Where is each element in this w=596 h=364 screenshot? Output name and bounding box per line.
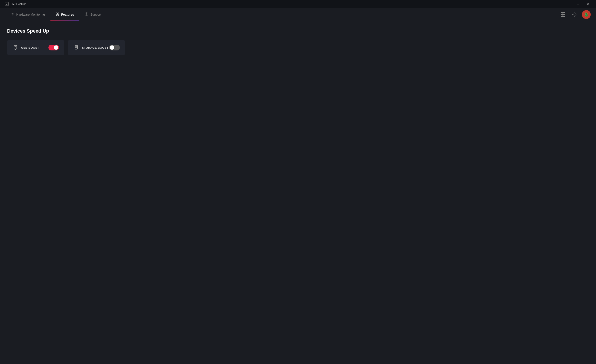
tab-hardware-monitoring[interactable]: Hardware Monitoring [5, 8, 50, 21]
title-bar-controls: – ✕ [573, 0, 593, 8]
svg-text:M: M [6, 3, 7, 5]
avatar-icon: 🐉 [584, 12, 589, 17]
svg-rect-4 [58, 13, 59, 14]
title-bar-title: MSI Center [12, 2, 26, 6]
title-bar: M MSI Center – ✕ [0, 0, 596, 8]
nav-tabs: Hardware Monitoring Features [5, 8, 559, 21]
gear-icon [572, 12, 577, 17]
tab-features-label: Features [61, 13, 74, 16]
storage-boost-card-left: STORAGE BOOST [73, 45, 108, 51]
tab-support-label: Support [90, 13, 101, 16]
avatar-button[interactable]: 🐉 [582, 10, 591, 19]
svg-rect-10 [561, 13, 563, 14]
svg-rect-12 [561, 15, 563, 16]
grid-view-button[interactable] [559, 11, 567, 18]
page-title: Devices Speed Up [7, 28, 589, 34]
storage-boost-toggle-slider [109, 45, 120, 50]
settings-button[interactable] [570, 11, 578, 18]
nav-right-controls: 🐉 [559, 10, 591, 19]
usb-boost-toggle[interactable] [48, 45, 59, 50]
nav-bar: Hardware Monitoring Features [0, 8, 596, 21]
features-icon [55, 12, 60, 17]
storage-boost-icon [73, 45, 79, 51]
svg-rect-3 [56, 13, 57, 14]
svg-point-14 [574, 14, 575, 15]
title-bar-left: M MSI Center [3, 0, 26, 8]
svg-rect-5 [56, 14, 57, 15]
usb-boost-card-left: USB BOOST [12, 45, 39, 51]
usb-boost-icon [12, 45, 18, 51]
msi-logo: M [3, 0, 11, 8]
tab-support[interactable]: Support [79, 8, 106, 21]
svg-rect-15 [14, 45, 17, 49]
usb-boost-label: USB BOOST [21, 46, 39, 49]
feature-cards-row: USB BOOST [7, 40, 589, 55]
storage-boost-card[interactable]: STORAGE BOOST [68, 40, 125, 55]
close-button[interactable]: ✕ [583, 0, 593, 8]
storage-boost-toggle[interactable] [109, 45, 120, 50]
main-content: Devices Speed Up USB BOOST [0, 21, 596, 364]
storage-boost-label: STORAGE BOOST [82, 46, 108, 49]
svg-rect-11 [563, 13, 565, 14]
usb-boost-toggle-knob [54, 45, 58, 50]
storage-boost-toggle-knob [110, 45, 114, 50]
tab-features[interactable]: Features [50, 8, 79, 21]
tab-hardware-monitoring-label: Hardware Monitoring [16, 13, 45, 16]
svg-rect-6 [58, 14, 59, 15]
minimize-button[interactable]: – [573, 0, 583, 8]
usb-boost-card[interactable]: USB BOOST [7, 40, 64, 55]
grid-icon [560, 12, 565, 17]
usb-boost-toggle-slider [48, 45, 59, 50]
svg-point-2 [12, 14, 13, 15]
svg-rect-13 [563, 15, 565, 16]
svg-rect-16 [75, 45, 77, 49]
support-icon [85, 12, 89, 17]
hardware-monitoring-icon [11, 12, 15, 17]
